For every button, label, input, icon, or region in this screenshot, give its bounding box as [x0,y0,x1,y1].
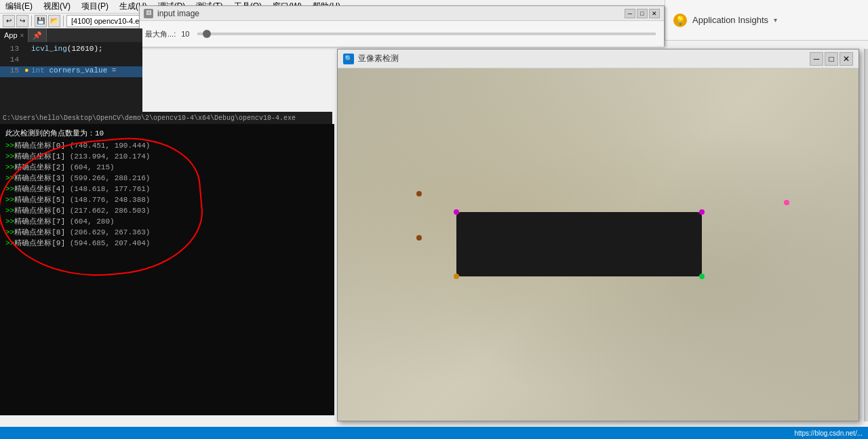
image-canvas [338,68,859,421]
app-insights-label[interactable]: Application Insights [692,15,768,25]
console-entry-6: >>精确点坐标[6] (217.662, 286.503) [5,205,329,216]
dot-brown-1 [416,191,422,196]
input-image-window-controls: ─ □ ✕ [625,9,660,18]
subpixel-titlebar-left: 🔍 亚像素检测 [343,53,399,64]
open-button[interactable]: 📂 [48,15,60,27]
subpixel-titlebar: 🔍 亚像素检测 ─ □ ✕ [338,49,859,68]
menu-item-view[interactable]: 视图(V) [41,0,73,13]
maximize-button[interactable]: □ [637,9,648,18]
status-bar: https://blog.csdn.net/... [0,427,868,439]
input-image-content: 最大角...: 10 [140,21,664,47]
input-image-title: input image [157,9,199,18]
corner-top-right [699,209,705,215]
line-number-14: 14 [3,56,19,64]
titlebar-left: 🖼 input image [144,9,199,18]
slider-track[interactable] [197,33,656,35]
console-entry-5: >>精确点坐标[5] (148.776, 248.388) [5,194,329,205]
app-insights-dropdown-arrow[interactable]: ▾ [774,16,777,24]
menu-item-edit[interactable]: 编辑(E) [3,0,35,13]
close-button[interactable]: ✕ [649,9,660,18]
menu-item-project[interactable]: 项目(P) [79,0,111,13]
console-window: 此次检测到的角点数量为：10 >>精确点坐标[0] (740.451, 190.… [0,124,334,415]
corner-bottom-left [454,274,459,279]
console-entry-1: >>精确点坐标[1] (213.994, 210.174) [5,151,329,162]
input-image-window: 🖼 input image ─ □ ✕ 最大角...: 10 [139,5,665,46]
save-button[interactable]: 💾 [35,15,47,27]
console-entry-8: >>精确点坐标[8] (206.629, 267.363) [5,227,329,238]
code-tab-label: App [4,31,18,39]
subpixel-minimize-button[interactable]: ─ [810,52,823,66]
undo-button[interactable]: ↩ [3,15,15,27]
subpixel-icon: 🔍 [343,54,354,64]
code-line-13: 13 icvl_ing(12610); [0,45,142,56]
console-entry-9: >>精确点坐标[9] (594.685, 207.404) [5,238,329,249]
minimize-button[interactable]: ─ [625,9,635,18]
corner-bottom-right [699,274,705,279]
code-line-15: 15 ● int corners_value = [0,66,142,77]
console-entry-3: >>精确点坐标[3] (599.266, 288.216) [5,173,329,184]
code-tab-close[interactable]: × [20,32,24,39]
slider-value: 10 [181,30,189,38]
toolbar-separator-2 [63,16,64,26]
status-right: https://blog.csdn.net/... [794,430,863,437]
subpixel-detection-window: 🔍 亚像素检测 ─ □ ✕ [337,49,859,421]
line-number-13: 13 [3,45,19,53]
input-image-icon: 🖼 [144,9,153,18]
redo-button[interactable]: ↪ [16,15,28,27]
line-text-15: int corners_value = [31,66,116,75]
line-text-13: icvl_ing [31,45,67,53]
line-number-15: 15 [3,66,19,75]
filepath-text: C:\Users\hello\Desktop\OpenCV\demo\2\ope… [3,114,296,122]
subpixel-close-button[interactable]: ✕ [840,52,853,66]
line-marker-15: ● [24,66,30,75]
console-entry-2: >>精确点坐标[2] (604, 215) [5,162,329,173]
dot-pink [784,200,789,205]
slider-thumb[interactable] [203,30,211,38]
slider-label: 最大角...: [145,29,176,39]
console-entry-0: >>精确点坐标[0] (740.451, 190.444) [5,140,329,151]
console-header: 此次检测到的角点数量为：10 [5,128,329,139]
code-content: 13 icvl_ing(12610); 14 15 ● int corners_… [0,42,142,80]
code-line-14: 14 [0,56,142,66]
code-tabs: App × 📌 [0,28,142,42]
console-entry-4: >>精确点坐标[4] (148.618, 177.761) [5,184,329,194]
app-insights-panel: 💡 Application Insights ▾ [665,0,868,41]
console-entries-container: >>精确点坐标[0] (740.451, 190.444) >>精确点坐标[1]… [5,140,329,249]
toolbar-separator [31,16,32,26]
right-edge [864,49,868,421]
console-content: 此次检测到的角点数量为：10 >>精确点坐标[0] (740.451, 190.… [0,124,334,253]
subpixel-window-controls: ─ □ ✕ [810,52,853,66]
console-entry-7: >>精确点坐标[7] (604, 280) [5,216,329,227]
code-tab-app[interactable]: App × [0,28,28,42]
input-image-titlebar: 🖼 input image ─ □ ✕ [140,6,664,21]
subpixel-maximize-button[interactable]: □ [825,52,838,66]
app-insights-icon: 💡 [673,14,687,27]
filepath-bar: C:\Users\hello\Desktop\OpenCV\demo\2\ope… [0,112,332,124]
subpixel-title: 亚像素检测 [358,53,399,64]
detected-rectangle [456,212,702,276]
status-url: https://blog.csdn.net/... [794,430,863,437]
dot-brown-2 [416,235,422,241]
corner-top-left [454,209,459,215]
code-tab-pin[interactable]: 📌 [28,28,47,42]
